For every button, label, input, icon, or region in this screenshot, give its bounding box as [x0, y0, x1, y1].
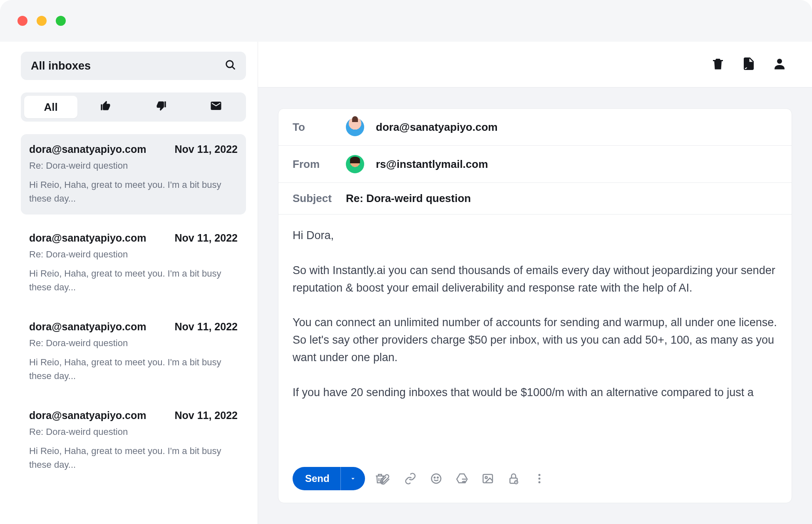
emoji-icon[interactable] — [430, 472, 442, 485]
content-area: All inboxes All — [0, 42, 812, 524]
drive-icon[interactable] — [456, 472, 468, 485]
filter-negative[interactable] — [134, 96, 188, 118]
svg-point-4 — [431, 474, 441, 484]
trash-icon[interactable] — [374, 472, 386, 485]
subject-value[interactable]: Re: Dora-weird question — [346, 192, 471, 205]
compose-body[interactable]: Hi Dora, So with Instantly.ai you can se… — [278, 215, 792, 458]
svg-point-2 — [744, 66, 747, 70]
image-icon[interactable] — [482, 472, 494, 485]
email-sender: dora@sanatyapiyo.com — [29, 409, 146, 422]
email-list: dora@sanatyapiyo.com Nov 11, 2022 Re: Do… — [21, 134, 246, 481]
lock-icon[interactable] — [507, 472, 520, 485]
envelope-icon — [210, 100, 222, 115]
delete-button[interactable] — [710, 56, 725, 73]
to-avatar — [346, 118, 364, 136]
inbox-selector-label: All inboxes — [31, 60, 91, 72]
filter-all-label: All — [44, 101, 58, 114]
email-item[interactable]: dora@sanatyapiyo.com Nov 11, 2022 Re: Do… — [21, 134, 246, 215]
main-body: To dora@sanatyapiyo.com From rs@instantl… — [258, 87, 812, 524]
from-avatar — [346, 155, 364, 173]
link-icon[interactable] — [404, 472, 417, 485]
more-options-icon[interactable] — [533, 472, 546, 485]
svg-point-3 — [777, 59, 782, 64]
email-sender: dora@sanatyapiyo.com — [29, 143, 146, 155]
thumbs-down-icon — [155, 100, 167, 115]
svg-point-8 — [485, 477, 487, 479]
compose-footer: Send — [278, 458, 792, 503]
email-sender: dora@sanatyapiyo.com — [29, 232, 146, 244]
compose-card: To dora@sanatyapiyo.com From rs@instantl… — [278, 108, 792, 503]
from-value[interactable]: rs@instantlymail.com — [376, 158, 488, 171]
email-subject: Re: Dora-weird question — [29, 249, 238, 260]
subject-label: Subject — [293, 192, 334, 205]
svg-point-12 — [538, 478, 540, 480]
email-subject: Re: Dora-weird question — [29, 160, 238, 171]
filter-all[interactable]: All — [24, 96, 77, 118]
email-subject: Re: Dora-weird question — [29, 427, 238, 437]
svg-point-11 — [538, 474, 540, 476]
email-preview: Hi Reio, Haha, great to meet you. I'm a … — [29, 355, 238, 383]
search-icon[interactable] — [224, 59, 236, 73]
send-button-label: Send — [293, 473, 340, 484]
email-date: Nov 11, 2022 — [175, 232, 238, 244]
window-close-button[interactable] — [17, 16, 27, 26]
inbox-selector[interactable]: All inboxes — [21, 52, 246, 80]
window-titlebar — [0, 0, 812, 42]
filter-positive[interactable] — [79, 96, 132, 118]
email-preview: Hi Reio, Haha, great to meet you. I'm a … — [29, 267, 238, 294]
window-zoom-button[interactable] — [56, 16, 66, 26]
move-button[interactable] — [741, 56, 756, 73]
from-row: From rs@instantlymail.com — [278, 146, 792, 183]
email-sender: dora@sanatyapiyo.com — [29, 321, 146, 333]
email-item[interactable]: dora@sanatyapiyo.com Nov 11, 2022 Re: Do… — [21, 312, 246, 392]
main-toolbar — [258, 42, 812, 87]
thumbs-up-icon — [100, 100, 112, 115]
window-minimize-button[interactable] — [37, 16, 47, 26]
subject-row: Subject Re: Dora-weird question — [278, 183, 792, 215]
sidebar: All inboxes All — [0, 42, 258, 524]
account-button[interactable] — [772, 56, 787, 73]
to-row: To dora@sanatyapiyo.com — [278, 109, 792, 146]
email-date: Nov 11, 2022 — [175, 409, 238, 422]
email-preview: Hi Reio, Haha, great to meet you. I'm a … — [29, 444, 238, 472]
email-preview: Hi Reio, Haha, great to meet you. I'm a … — [29, 178, 238, 205]
to-value[interactable]: dora@sanatyapiyo.com — [376, 121, 498, 134]
email-item[interactable]: dora@sanatyapiyo.com Nov 11, 2022 Re: Do… — [21, 223, 246, 303]
to-label: To — [293, 121, 334, 134]
email-subject: Re: Dora-weird question — [29, 338, 238, 349]
svg-line-1 — [232, 67, 234, 69]
main-pane: To dora@sanatyapiyo.com From rs@instantl… — [258, 42, 812, 524]
svg-point-5 — [434, 477, 435, 478]
filter-bar: All — [21, 92, 246, 122]
svg-point-13 — [538, 481, 540, 483]
email-date: Nov 11, 2022 — [175, 143, 238, 155]
from-label: From — [293, 158, 334, 171]
send-options-caret[interactable] — [340, 467, 365, 490]
email-item[interactable]: dora@sanatyapiyo.com Nov 11, 2022 Re: Do… — [21, 400, 246, 481]
email-date: Nov 11, 2022 — [175, 321, 238, 333]
filter-unread[interactable] — [189, 96, 243, 118]
svg-point-6 — [437, 477, 438, 478]
send-button[interactable]: Send — [293, 467, 365, 490]
app-window: All inboxes All — [0, 0, 812, 524]
